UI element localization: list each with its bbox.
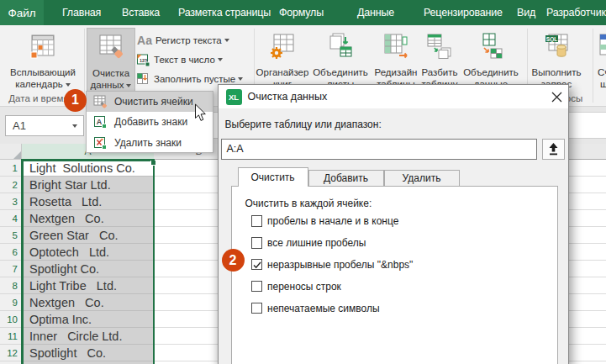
select-all-corner[interactable] [0,144,22,160]
tab-review[interactable]: Рецензирование [424,0,503,25]
button-label: Разбить [422,66,458,78]
split-table-icon [426,32,453,59]
checkbox-unchecked[interactable] [251,237,263,249]
checkbox-row-nonprintable-chars[interactable]: непечатаемые символы [251,303,380,314]
dropdown-caret-icon [218,58,223,61]
row-header[interactable]: 6 [0,244,22,261]
dialog-title: Очистка данных [248,91,328,103]
dialog-close-button[interactable] [548,88,566,106]
row-header[interactable]: 5 [0,227,22,244]
cell-a2[interactable]: Bright Star Ltd. [22,177,154,193]
checkbox-label: все лишние пробелы [267,237,366,249]
dialog-tab-remove[interactable]: Удалить [384,170,460,187]
chevron-down-icon [72,124,77,128]
checkbox-row-nonbreaking-spaces[interactable]: неразрывные пробелы "&nbps" [251,259,414,271]
cell-a4[interactable]: Nextgen Co. [22,210,154,227]
cell-a11[interactable]: Inner Circle Ltd. [22,328,154,345]
row-header[interactable]: 2 [0,177,22,193]
cell-a12[interactable]: Spotlight Co. [22,345,154,361]
row-header[interactable]: 3 [0,193,22,210]
clean-data-dialog: XL Очистка данных Выберите таблицу или д… [218,84,570,364]
checkbox-unchecked[interactable] [251,215,263,227]
name-box[interactable]: A1 [5,115,84,136]
name-box-value: A1 [13,119,26,132]
row-header[interactable]: 7 [0,261,22,277]
button-label-text: данных [91,80,124,90]
select-all-triangle-icon [13,151,21,159]
button-label: Всплывающий [10,66,76,78]
cell-a8[interactable]: Light Tribe Ltd. [22,277,154,294]
row-header[interactable]: 9 [0,294,22,311]
partial-button[interactable]: Сч ш [596,28,606,104]
checkbox-label: пробелы в начале и в конце [267,215,398,227]
button-label-text: ш [600,79,606,89]
dropdown-caret-icon [126,84,131,87]
row-header[interactable]: 1 [0,160,22,177]
group-separator [593,29,593,103]
button-label: Сч [598,66,606,78]
calendar-icon [29,32,56,59]
checkbox-row-line-breaks[interactable]: переносы строк [251,281,341,293]
cell-a1[interactable]: Light Solutions Co. [22,160,154,177]
selection-border [153,159,155,364]
add-chars-icon: А [93,115,107,129]
tab-insert[interactable]: Вставка [122,0,160,25]
close-icon [551,92,562,103]
row-header[interactable]: 11 [0,328,22,345]
cell-a3[interactable]: Rosetta Ltd. [22,193,154,210]
tab-file[interactable]: Файл [0,0,44,25]
checkbox-unchecked[interactable] [251,281,263,293]
text-to-number-button[interactable]: 123 Текст в число [136,50,223,68]
excel-window: Файл Главная Вставка Разметка страницы Ф… [0,0,606,364]
dropdown-caret-icon [66,83,71,87]
range-label: Выберите таблицу или диапазон: [225,119,382,130]
tab-page-layout[interactable]: Разметка страницы [178,0,271,25]
checkbox-checked[interactable] [251,259,263,271]
menu-item-label: Добавить знаки [114,116,187,128]
organizer-icon [269,32,296,59]
xltools-logo-icon: XL [226,89,242,105]
dialog-tab-clean[interactable]: Очистить [238,167,308,187]
cell-a10[interactable]: Optima Inc. [22,311,154,328]
button-label: Очистка [92,67,129,79]
tab-home[interactable]: Главная [62,0,101,25]
ribbon-tab-bar: Файл Главная Вставка Разметка страницы Ф… [0,0,606,25]
menu-item-label: Удалить знаки [114,137,182,149]
button-label: Заполнить пустые [154,74,235,84]
row-header[interactable]: 4 [0,210,22,227]
row-header[interactable]: 12 [0,345,22,361]
dialog-title-bar[interactable]: XL Очистка данных [219,85,569,108]
cell-a6[interactable]: Optotech Ltd. [22,244,154,261]
checkbox-unchecked[interactable] [251,303,263,314]
button-label: данных [91,79,132,91]
dialog-tab-page: Очистить в каждой ячейке: пробелы в нача… [231,186,558,364]
text-case-button[interactable]: Аа Регистр текста [136,31,229,49]
button-label: Объединить [313,66,368,78]
range-input[interactable]: A:A [221,139,537,160]
row-header[interactable]: 10 [0,311,22,328]
step-1-badge: 1 [64,89,87,112]
clean-cells-icon [93,95,107,108]
sql-query-icon: SQL [543,32,570,59]
menu-item-remove-chars[interactable]: Удалить знаки [87,133,213,154]
checkbox-row-extra-spaces[interactable]: все лишние пробелы [251,237,366,249]
cell-a9[interactable]: Nextgen Co. [22,294,154,311]
step-2-badge: 2 [222,249,245,272]
range-select-button[interactable] [542,139,565,160]
merge-sheets-icon [327,32,354,59]
tab-developer[interactable]: Разработчик [546,0,606,25]
row-header[interactable]: 8 [0,277,22,294]
checkbox-label: неразрывные пробелы "&nbps" [267,259,413,271]
checkbox-row-leading-trailing-spaces[interactable]: пробелы в начале и в конце [251,215,399,227]
tab-view[interactable]: Вид [517,0,535,25]
redesign-table-icon [382,32,409,59]
button-label: ш [600,78,606,90]
selection-handle[interactable] [150,161,155,166]
tab-data[interactable]: Данные [357,0,394,25]
tab-formulas[interactable]: Формулы [279,0,324,25]
cell-a5[interactable]: Green Star Co. [22,227,154,244]
button-label: Регистр текста [155,35,222,45]
group-separator [84,29,85,103]
dialog-tab-add[interactable]: Добавить [308,170,384,187]
cell-a7[interactable]: Spotlight Co. [22,261,154,277]
